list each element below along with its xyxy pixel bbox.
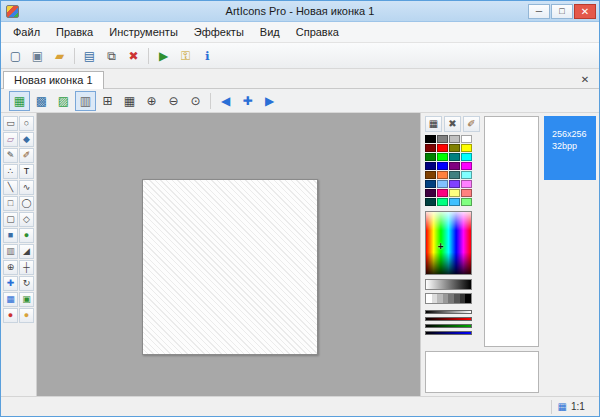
menu-item[interactable]: Правка [48, 22, 101, 42]
canvas-area[interactable] [37, 113, 420, 396]
prev-image-button[interactable]: ◀ [215, 91, 236, 111]
about-button[interactable]: ℹ [197, 46, 218, 66]
filled-rect-tool[interactable]: ■ [3, 228, 18, 243]
preview-item-selected[interactable]: 256x256 32bpp [544, 116, 596, 180]
palette-color[interactable] [461, 198, 472, 206]
palette-color[interactable] [461, 180, 472, 188]
palette-color[interactable] [425, 189, 436, 197]
curve-tool[interactable]: ∿ [19, 180, 34, 195]
pencil-tool[interactable]: ✎ [3, 148, 18, 163]
icon-canvas[interactable] [142, 179, 318, 355]
blue-channel-bar[interactable] [425, 331, 472, 335]
palette-button[interactable]: ▦ [425, 116, 442, 132]
polygon-tool[interactable]: ◇ [19, 212, 34, 227]
palette-color[interactable] [425, 198, 436, 206]
delete-color-button[interactable]: ✖ [444, 116, 461, 132]
palette-color[interactable] [437, 180, 448, 188]
hotspot-tool[interactable]: ┼ [19, 260, 34, 275]
palette-color[interactable] [437, 135, 448, 143]
menu-item[interactable]: Инструменты [101, 22, 186, 42]
palette-color[interactable] [425, 162, 436, 170]
lock-red-tool[interactable]: ● [3, 308, 18, 323]
palette-color[interactable] [449, 153, 460, 161]
palette-color[interactable] [461, 153, 472, 161]
palette-color[interactable] [425, 180, 436, 188]
draw-mode-button[interactable]: ▦ [9, 91, 30, 111]
test-button[interactable]: ▶ [153, 46, 174, 66]
minimize-button[interactable]: ─ [528, 4, 550, 19]
rounded-rect-tool[interactable]: ▢ [3, 212, 18, 227]
save-button[interactable]: ▤ [79, 46, 100, 66]
move-tool[interactable]: ✚ [3, 276, 18, 291]
lock-yellow-tool[interactable]: ● [19, 308, 34, 323]
new-icon-button[interactable]: ▢ [5, 46, 26, 66]
rectangle-tool[interactable]: □ [3, 196, 18, 211]
tab-new-icon-1[interactable]: Новая иконка 1 [3, 71, 104, 89]
dropper-tool[interactable]: ◢ [19, 244, 34, 259]
palette-color[interactable] [449, 162, 460, 170]
palette-color[interactable] [449, 171, 460, 179]
brush-color-button[interactable]: ✐ [463, 116, 480, 132]
palette-color[interactable] [461, 189, 472, 197]
grid-small-button[interactable]: ⊞ [97, 91, 118, 111]
palette-color[interactable] [437, 171, 448, 179]
open-button[interactable]: ▰ [49, 46, 70, 66]
rotate-tool[interactable]: ↻ [19, 276, 34, 291]
palette-color[interactable] [449, 135, 460, 143]
tile-view-button[interactable]: ▥ [75, 91, 96, 111]
menu-item[interactable]: Файл [5, 22, 48, 42]
ellipse-tool[interactable]: ◯ [19, 196, 34, 211]
palette-color[interactable] [449, 189, 460, 197]
line-tool[interactable]: ╲ [3, 180, 18, 195]
palette-color[interactable] [425, 135, 436, 143]
fill-tool[interactable]: ◆ [19, 132, 34, 147]
green-channel-bar[interactable] [425, 324, 472, 328]
palette-color[interactable] [461, 135, 472, 143]
alpha-channel-bar[interactable] [425, 310, 472, 314]
palette-color[interactable] [461, 162, 472, 170]
palette-color[interactable] [449, 144, 460, 152]
red-channel-bar[interactable] [425, 317, 472, 321]
zoom-tool[interactable]: ⊕ [3, 260, 18, 275]
palette-color[interactable] [449, 198, 460, 206]
notes-box[interactable] [425, 351, 539, 393]
next-image-button[interactable]: ▶ [259, 91, 280, 111]
palette-color[interactable] [425, 144, 436, 152]
filled-ellipse-tool[interactable]: ● [19, 228, 34, 243]
palette-color[interactable] [437, 144, 448, 152]
text-tool[interactable]: T [19, 164, 34, 179]
close-tab-icon[interactable]: ✕ [578, 74, 592, 85]
format-list-panel[interactable] [484, 116, 539, 347]
swap-colors-tool[interactable]: ▣ [19, 292, 34, 307]
palette-color[interactable] [425, 171, 436, 179]
gradient-tool[interactable]: ▥ [3, 244, 18, 259]
brush-tool[interactable]: ✐ [19, 148, 34, 163]
copy-button[interactable]: ⧉ [101, 46, 122, 66]
eraser-tool[interactable]: ▱ [3, 132, 18, 147]
menu-item[interactable]: Эффекты [186, 22, 252, 42]
palette-color[interactable] [461, 171, 472, 179]
menu-item[interactable]: Справка [288, 22, 347, 42]
menu-item[interactable]: Вид [252, 22, 288, 42]
rect-select-tool[interactable]: ▭ [3, 116, 18, 131]
zoom-in-button[interactable]: ⊕ [141, 91, 162, 111]
zoom-out-button[interactable]: ⊖ [163, 91, 184, 111]
transparency-button[interactable]: ▨ [53, 91, 74, 111]
palette-color[interactable] [461, 144, 472, 152]
new-from-template-button[interactable]: ▣ [27, 46, 48, 66]
grid-large-button[interactable]: ▦ [119, 91, 140, 111]
close-button[interactable]: ✕ [574, 4, 596, 19]
palette-color[interactable] [437, 189, 448, 197]
grid-overlay-tool[interactable]: ▦ [3, 292, 18, 307]
zoom-reset-button[interactable]: ⊙ [185, 91, 206, 111]
keys-button[interactable]: ⚿ [175, 46, 196, 66]
title-bar[interactable]: ArtIcons Pro - Новая иконка 1 ─ □ ✕ [1, 1, 599, 22]
palette-color[interactable] [437, 162, 448, 170]
color-spectrum[interactable]: + [425, 211, 472, 275]
luminance-bar[interactable] [425, 279, 472, 290]
palette-color[interactable] [437, 198, 448, 206]
grayscale-ramp[interactable] [425, 293, 472, 304]
delete-button[interactable]: ✖ [123, 46, 144, 66]
move-image-button[interactable]: ✚ [237, 91, 258, 111]
airbrush-tool[interactable]: ∴ [3, 164, 18, 179]
